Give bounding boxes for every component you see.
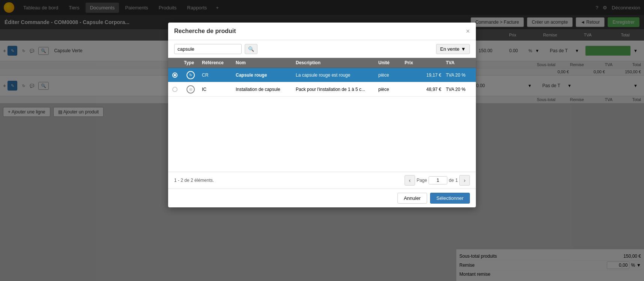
row1-unite: pièce bbox=[376, 71, 402, 79]
col-select bbox=[168, 60, 182, 65]
modal-overlay: Recherche de produit × 🔍 En vente ▼ Ty bbox=[0, 0, 644, 281]
col-type: Type bbox=[182, 60, 200, 65]
type-icon-circle-1: ↻ bbox=[187, 71, 195, 79]
col-unite: Unité bbox=[376, 60, 402, 65]
row1-radio[interactable] bbox=[168, 71, 182, 79]
pagination-controls: ‹ Page de 1 › bbox=[405, 175, 470, 186]
page-of-label: de bbox=[449, 178, 454, 183]
row1-tva: TVA 20 % bbox=[444, 71, 476, 79]
col-reference: Référence bbox=[200, 60, 233, 65]
page-total: 1 bbox=[455, 178, 458, 183]
filter-arrow-icon: ▼ bbox=[461, 46, 466, 52]
pagination-summary: 1 - 2 de 2 éléments. bbox=[174, 178, 214, 183]
row2-reference: IC bbox=[200, 85, 233, 94]
row2-prix: 48,97 € bbox=[402, 85, 444, 94]
row1-type-icon: ↻ bbox=[182, 69, 200, 81]
cancel-button[interactable]: Annuler bbox=[397, 193, 427, 204]
row1-prix: 19,17 € bbox=[402, 71, 444, 79]
row2-type-icon: ◎ bbox=[182, 84, 200, 95]
row1-reference: CR bbox=[200, 71, 233, 79]
filter-button[interactable]: En vente ▼ bbox=[436, 44, 470, 54]
filter-label: En vente bbox=[440, 46, 459, 52]
product-table: Type Référence Nom Description Unité Pri… bbox=[168, 58, 476, 172]
col-nom: Nom bbox=[233, 60, 293, 65]
col-prix: Prix bbox=[402, 60, 444, 65]
row2-unite: pièce bbox=[376, 85, 402, 94]
radio-checked[interactable] bbox=[172, 73, 178, 78]
row1-description: La capsule rouge est rouge bbox=[293, 71, 376, 79]
prev-page-button[interactable]: ‹ bbox=[405, 175, 415, 186]
row2-name: Installation de capsule bbox=[233, 85, 293, 94]
table-header: Type Référence Nom Description Unité Pri… bbox=[168, 58, 476, 68]
product-search-modal: Recherche de produit × 🔍 En vente ▼ Ty bbox=[168, 23, 476, 207]
table-empty-area bbox=[168, 97, 476, 172]
modal-footer: Annuler Sélectionner bbox=[168, 189, 476, 207]
row1-name: Capsule rouge bbox=[233, 71, 293, 79]
col-tva: TVA bbox=[444, 60, 476, 65]
modal-close-button[interactable]: × bbox=[466, 28, 470, 35]
product-row-1[interactable]: ↻ CR Capsule rouge La capsule rouge est … bbox=[168, 68, 476, 82]
modal-header: Recherche de produit × bbox=[168, 23, 476, 40]
select-button[interactable]: Sélectionner bbox=[430, 193, 470, 204]
row2-radio[interactable] bbox=[168, 85, 182, 94]
radio-unchecked[interactable] bbox=[172, 87, 178, 92]
row2-tva: TVA 20 % bbox=[444, 85, 476, 94]
search-button[interactable]: 🔍 bbox=[245, 44, 257, 54]
search-bar: 🔍 En vente ▼ bbox=[168, 40, 476, 58]
pagination-bar: 1 - 2 de 2 éléments. ‹ Page de 1 › bbox=[168, 172, 476, 189]
type-icon-circle-2: ◎ bbox=[187, 85, 195, 94]
search-input[interactable] bbox=[174, 44, 242, 54]
col-description: Description bbox=[293, 60, 376, 65]
row2-description: Pack pour l'installation de 1 à 5 c... bbox=[293, 85, 376, 94]
page-number-input[interactable] bbox=[429, 176, 447, 184]
next-page-button[interactable]: › bbox=[459, 175, 470, 186]
modal-title: Recherche de produit bbox=[174, 28, 236, 35]
page-label: Page bbox=[417, 178, 427, 183]
product-row-2[interactable]: ◎ IC Installation de capsule Pack pour l… bbox=[168, 82, 476, 97]
modal-body: 🔍 En vente ▼ Type Référence Nom Descript… bbox=[168, 40, 476, 189]
